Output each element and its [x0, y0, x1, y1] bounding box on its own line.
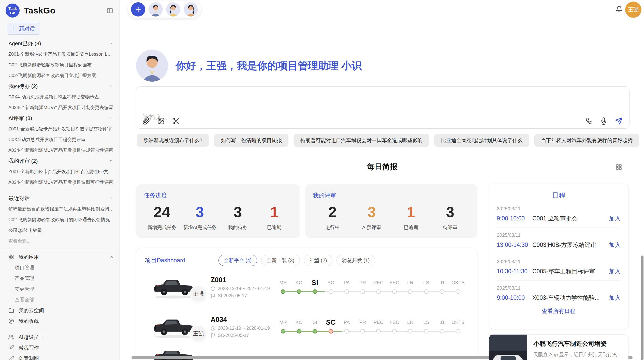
milestone-PA[interactable]: PA	[339, 278, 354, 303]
list-item[interactable]: C02-飞腾新能源轻客改款项目的闭环通告反馈情况	[0, 214, 119, 225]
send-icon[interactable]	[615, 117, 623, 125]
suggestion-chip[interactable]: 特朗普可能对进口汽车增税会对中国车企造成哪些影响	[294, 134, 429, 147]
join-link[interactable]: 加入	[609, 294, 621, 302]
list-item[interactable]: C0X4-动力总成开发项目SI里程碑提交物检查	[0, 92, 119, 102]
project-name[interactable]: A034	[211, 316, 275, 324]
filter-year-model[interactable]: 年型 (2)	[304, 255, 332, 266]
collapse-sidebar-icon[interactable]	[107, 7, 113, 14]
list-item[interactable]: C02-飞腾新能源轻客改款项目里程碑画布	[0, 59, 119, 70]
milestone-SC[interactable]: SC	[323, 318, 339, 342]
app-item-project-mgmt[interactable]: 项目管理	[0, 262, 119, 273]
folder-icon	[8, 308, 14, 313]
list-item[interactable]: C0X4-动力总成开发项目工程变更评审	[0, 134, 119, 145]
list-item[interactable]: 公司Q3轻卡销量	[0, 225, 119, 236]
view-all-apps-link[interactable]: 查看全部...	[0, 294, 119, 305]
image-icon[interactable]	[157, 117, 165, 125]
milestone-J1[interactable]: J1	[434, 278, 450, 303]
milestone-dot	[376, 289, 381, 294]
phone-icon[interactable]	[586, 117, 593, 125]
milestone-OKTB[interactable]: OKTB	[450, 318, 466, 342]
list-item[interactable]: A034-全新新能源MUV产品开发项目法规符合性评审	[0, 145, 119, 156]
sidebar-item-favorites[interactable]: 我的收藏	[0, 316, 119, 326]
suggestion-chip[interactable]: 如何写一份清晰的项目周报	[214, 134, 288, 147]
list-item[interactable]: 解释最新出台的欧盟报废车法规再生塑料比例被调至15%...	[0, 204, 119, 214]
add-conversation-button[interactable]: +	[131, 2, 145, 17]
milestone-PR[interactable]: PR	[355, 318, 370, 342]
list-item[interactable]: Z001-全新燃油轻卡产品开发项目SI造型提交物评审	[0, 124, 119, 134]
assistant-avatar	[136, 50, 168, 82]
suggestion-chip[interactable]: 比亚迪全固态电池计划具体说了什么	[434, 134, 529, 147]
milestone-KO[interactable]: KO	[291, 318, 307, 342]
new-chat-label: 新对话	[19, 25, 35, 32]
news-card[interactable]: 小鹏飞行汽车制造公司增资 天眼查 App 显示，近日广州汇天飞行汽...	[489, 334, 628, 360]
milestone-FEC[interactable]: FEC	[387, 278, 402, 303]
milestone-label: OKTB	[451, 278, 465, 287]
milestone-LS[interactable]: LS	[419, 278, 434, 303]
layout-grid-icon[interactable]	[616, 164, 622, 170]
user-avatar[interactable]: 王强	[625, 2, 641, 18]
section-my-review[interactable]: 我的评审 (2)	[0, 156, 119, 166]
join-link[interactable]: 加入	[609, 241, 621, 249]
stat-label: 待评审	[435, 224, 465, 231]
milestone-SI[interactable]: SI	[307, 278, 323, 303]
list-item[interactable]: Z001-全新燃油皮卡产品开发项目SI节点Lesson Learn报告	[0, 49, 119, 59]
join-link[interactable]: 加入	[609, 215, 621, 222]
flag-date: SI-2025-05-17	[218, 293, 247, 298]
milestone-LR[interactable]: LR	[403, 278, 418, 303]
view-all-chats-link[interactable]: 查看全部...	[0, 236, 119, 246]
sidebar-item-creative-draw[interactable]: 创意制图	[0, 353, 119, 360]
notification-bell-icon[interactable]	[616, 6, 623, 13]
milestone-LR[interactable]: LR	[403, 318, 418, 342]
section-agent-done[interactable]: Agent已办 (3)	[0, 38, 119, 49]
milestone-PEC[interactable]: PEC	[371, 278, 386, 303]
app-item-product-mgmt[interactable]: 产品管理	[0, 273, 119, 284]
sidebar-item-ai-employee[interactable]: AI超级员工	[0, 332, 119, 342]
milestone-LS[interactable]: LS	[419, 318, 434, 342]
list-item[interactable]: Z001-全新燃油轻卡产品开发项目SI节点属性5D文件评审	[0, 166, 119, 177]
suggestion-chip[interactable]: 欧洲新规最近颁布了什么?	[137, 134, 209, 147]
message-composer[interactable]: 请输入...	[136, 86, 630, 129]
avatar[interactable]	[149, 2, 163, 17]
app-item-change-mgmt[interactable]: 变更管理	[0, 284, 119, 294]
section-ai-review[interactable]: AI评审 (3)	[0, 113, 119, 124]
milestone-KO[interactable]: KO	[291, 278, 307, 303]
milestone-SC[interactable]: SC	[323, 278, 339, 303]
app-root: Task Go TaskGo + 新对话 Agent已办 (3) Z001-全新…	[0, 0, 644, 360]
sidebar-item-my-apps[interactable]: 我的应用	[0, 252, 119, 262]
view-all-schedule-link[interactable]: 查看所有日程	[489, 307, 628, 315]
milestone-FEC[interactable]: FEC	[387, 318, 402, 342]
milestone-PEC[interactable]: PEC	[371, 318, 386, 342]
join-link[interactable]: 加入	[609, 267, 621, 275]
avatar[interactable]	[184, 2, 198, 17]
vertical-scrollbar[interactable]	[641, 256, 643, 360]
section-my-todo[interactable]: 我的待办 (2)	[0, 81, 119, 92]
filter-new-body[interactable]: 全新上装 (3)	[261, 255, 300, 266]
milestone-label: MR	[279, 278, 287, 287]
sidebar-item-help-write[interactable]: 帮我写作	[0, 342, 119, 353]
dashboard-header: 项目Dashboard 全新平台 (4) 全新上装 (3) 年型 (2) 动总开…	[136, 248, 477, 268]
sidebar-item-cloud-space[interactable]: 我的云空间	[0, 305, 119, 316]
list-item[interactable]: A034-全新新能源MUV产品开发项目计划变更表编写	[0, 102, 119, 113]
mic-icon[interactable]	[600, 117, 607, 125]
milestone-OKTB[interactable]: OKTB	[450, 278, 466, 303]
milestone-J1[interactable]: J1	[434, 318, 450, 342]
project-name[interactable]: Z001	[211, 276, 275, 284]
star-circle-icon	[8, 318, 14, 324]
list-item[interactable]: A034-全新新能源MUV产品开发项目造型可行性评审	[0, 177, 119, 188]
avatar[interactable]	[166, 2, 180, 17]
filter-new-platform[interactable]: 全新平台 (4)	[218, 255, 257, 266]
milestone-SI[interactable]: SI	[307, 318, 323, 342]
new-chat-button[interactable]: + 新对话	[7, 23, 40, 35]
stat-overdue: 1 已逾期	[259, 204, 289, 231]
milestone-MR[interactable]: MR	[275, 318, 291, 342]
section-recent-chats[interactable]: 最近对话	[0, 193, 119, 204]
filter-powertrain[interactable]: 动总开发 (1)	[336, 255, 375, 266]
suggestion-chip[interactable]: 当下年轻人对汽车外观有怎样的喜好趋势	[534, 134, 639, 147]
scissors-icon[interactable]	[172, 117, 180, 125]
list-item[interactable]: C02-飞腾新能源轻客改款项目立项汇报方案	[0, 70, 119, 81]
milestone-MR[interactable]: MR	[275, 278, 291, 303]
milestone-PR[interactable]: PR	[355, 278, 370, 303]
milestone-label: PEC	[374, 318, 384, 327]
paperclip-icon[interactable]	[142, 117, 150, 125]
milestone-PA[interactable]: PA	[339, 318, 354, 342]
